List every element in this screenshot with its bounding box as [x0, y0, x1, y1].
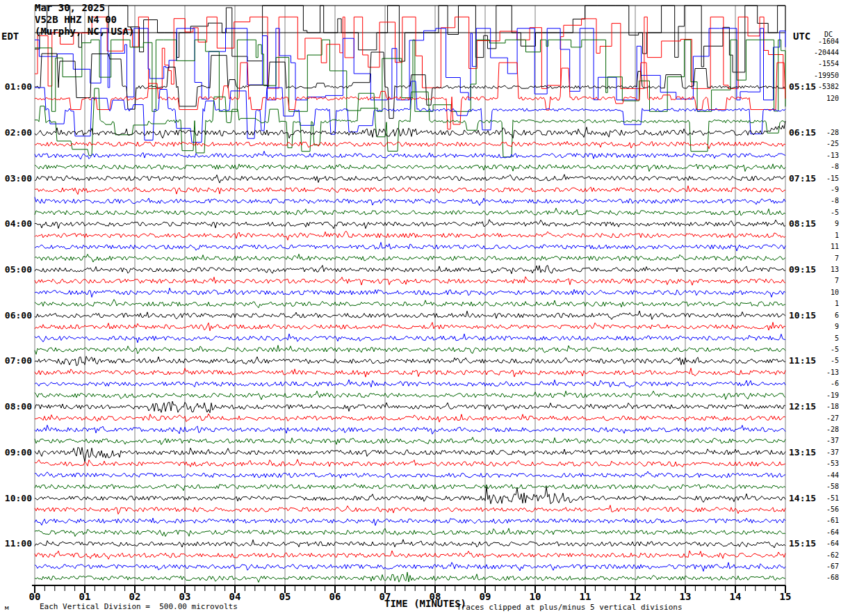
- dc-offset-value: -62: [805, 551, 839, 559]
- trace-11:00: [35, 540, 785, 548]
- dc-offset-value: -51: [805, 494, 839, 502]
- trace-04:00: [35, 220, 785, 229]
- dc-offset-value: 5: [805, 334, 839, 342]
- trace-00:15: [35, 17, 785, 88]
- minute-label: 00: [24, 591, 46, 602]
- trace-06:15: [35, 323, 785, 331]
- dc-offset-value: -8: [805, 163, 839, 170]
- trace-03:15: [35, 186, 785, 195]
- edt-hour-label: 02:00: [1, 127, 32, 138]
- trace-09:45: [35, 484, 785, 491]
- dc-offset-value: -18: [805, 403, 839, 410]
- dc-offset-value: -28: [805, 129, 839, 136]
- dc-offset-value: -20444: [805, 49, 839, 56]
- trace-02:00: [35, 121, 785, 138]
- station-id: V52B HHZ N4 00: [35, 14, 134, 26]
- edt-hour-label: 09:00: [1, 447, 32, 457]
- x-axis-title: TIME (MINUTES): [384, 598, 466, 609]
- minute-label: 14: [724, 591, 746, 602]
- dc-offset-value: -68: [805, 574, 839, 581]
- minute-label: 13: [674, 591, 696, 602]
- dc-offset-value: -6: [805, 380, 839, 387]
- edt-hour-label: 06:00: [1, 310, 32, 321]
- trace-03:30: [35, 197, 785, 206]
- right-timezone-label: UTC: [793, 31, 810, 42]
- trace-05:00: [35, 266, 785, 274]
- trace-00:30: [35, 29, 785, 100]
- trace-07:00: [35, 357, 785, 366]
- edt-hour-label: 01:00: [1, 81, 32, 92]
- minute-label: 06: [324, 591, 346, 602]
- dc-offset-value: -15: [805, 175, 839, 182]
- trace-00:45: [35, 40, 785, 111]
- minute-label: 15: [774, 591, 797, 602]
- dc-offset-value: 120: [805, 95, 839, 102]
- dc-offset-value: -13: [805, 152, 839, 159]
- trace-09:00: [35, 447, 785, 462]
- minute-label: 05: [274, 591, 296, 602]
- trace-04:45: [35, 254, 785, 262]
- dc-offset-value: 7: [805, 277, 839, 284]
- dc-offset-value: -5: [805, 209, 839, 216]
- edt-hour-label: 07:00: [1, 355, 32, 366]
- dc-offset-value: -8: [805, 197, 839, 204]
- dc-offset-value: 6: [805, 311, 839, 319]
- dc-offset-value: -19950: [805, 72, 839, 79]
- trace-10:30: [35, 518, 785, 526]
- dc-offset-value: 11: [805, 243, 839, 250]
- dc-offset-value: -37: [805, 437, 839, 444]
- dc-offset-value: -5382: [805, 83, 839, 90]
- trace-08:30: [35, 425, 785, 434]
- trace-11:15: [35, 551, 785, 559]
- trace-00:00: [35, 6, 785, 72]
- trace-08:00: [35, 401, 785, 413]
- trace-05:15: [35, 277, 785, 285]
- station-location: (Murphy, NC, USA): [35, 26, 134, 38]
- trace-04:30: [35, 243, 785, 252]
- dc-offset-value: -37: [805, 448, 839, 456]
- dc-offset-value: -64: [805, 528, 839, 536]
- dc-offset-value: 7: [805, 254, 839, 262]
- plot-title-block: Mar 30, 2025 V52B HHZ N4 00 (Murphy, NC,…: [35, 2, 134, 38]
- trace-06:45: [35, 346, 785, 355]
- dc-offset-header: DC: [813, 31, 833, 38]
- dc-offset-value: -53: [805, 460, 839, 467]
- dc-offset-value: -58: [805, 483, 839, 490]
- minute-label: 09: [474, 591, 496, 602]
- trace-03:45: [35, 208, 785, 216]
- trace-05:45: [35, 300, 785, 308]
- minute-label: 11: [574, 591, 596, 602]
- minute-label: 12: [624, 591, 646, 602]
- trace-07:30: [35, 380, 785, 387]
- edt-hour-label: 11:00: [1, 538, 32, 549]
- edt-hour-label: 10:00: [1, 493, 32, 503]
- dc-offset-value: 13: [805, 266, 839, 273]
- minute-label: 03: [174, 591, 196, 602]
- dc-offset-value: 10: [805, 289, 839, 296]
- trace-10:00: [35, 487, 785, 504]
- trace-10:15: [35, 505, 785, 514]
- trace-06:00: [35, 311, 785, 319]
- dc-offset-value: 1: [805, 232, 839, 239]
- trace-09:15: [35, 460, 785, 467]
- edt-hour-label: 08:00: [1, 401, 32, 412]
- dc-offset-value: -5: [805, 346, 839, 353]
- dc-offset-value: -5: [805, 357, 839, 364]
- dc-offset-value: -56: [805, 505, 839, 513]
- dc-offset-value: -25: [805, 140, 839, 147]
- minute-label: 01: [74, 591, 96, 602]
- dc-offset-value: -1554: [805, 60, 839, 67]
- trace-02:15: [35, 141, 785, 149]
- dc-offset-value: -28: [805, 425, 839, 433]
- trace-07:15: [35, 368, 785, 377]
- trace-06:30: [35, 334, 785, 343]
- minute-label: 02: [124, 591, 146, 602]
- trace-10:45: [35, 528, 785, 537]
- trace-11:45: [35, 572, 785, 583]
- dc-offset-value: -9: [805, 186, 839, 193]
- dc-offset-value: -64: [805, 540, 839, 547]
- vertical-division-note: Each Vertical Division = 500.00 microvol…: [40, 602, 238, 611]
- dc-offset-value: -19: [805, 391, 839, 399]
- dc-offset-value: -61: [805, 517, 839, 524]
- dc-offset-value: 9: [805, 323, 839, 330]
